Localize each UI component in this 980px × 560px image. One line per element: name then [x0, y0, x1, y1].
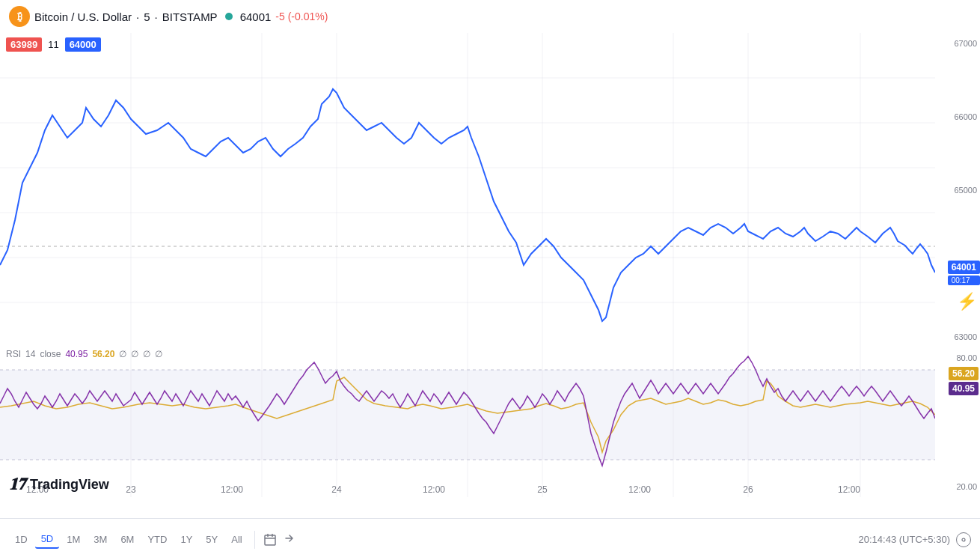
rsi-badge-purple: 40.95	[949, 382, 979, 395]
chart-exchange-name: BITSTAMP	[162, 10, 218, 23]
btc-logo-icon: ₿	[9, 6, 30, 27]
axis-label-67000: 67000	[938, 39, 977, 48]
period-3m[interactable]: 3M	[88, 531, 113, 548]
calendar-icon[interactable]	[261, 531, 279, 549]
settings-icon[interactable]	[956, 532, 971, 547]
tradingview-logo: 𝟏𝟕 TradingView	[9, 475, 109, 494]
chart-container: { "header": { "symbol": "Bitcoin", "pair…	[0, 0, 980, 560]
chart-interval-val: 5	[144, 10, 150, 23]
current-price-badge: 64001	[948, 261, 980, 274]
svg-text:12:00: 12:00	[838, 484, 860, 495]
chart-title: Bitcoin / U.S. Dollar	[34, 10, 132, 23]
rsi-val1: 40.95	[65, 349, 88, 359]
chart-header: ₿ Bitcoin / U.S. Dollar · 5 · BITSTAMP 6…	[0, 0, 980, 33]
svg-text:12:00: 12:00	[628, 484, 651, 495]
toolbar-divider	[254, 531, 255, 549]
period-6m[interactable]: 6M	[114, 531, 140, 548]
period-1m[interactable]: 1M	[61, 531, 86, 548]
period-all[interactable]: All	[225, 531, 248, 548]
header-change: -5 (-0.01%)	[275, 10, 328, 22]
price-boxes: 63989 11 64000	[6, 37, 101, 52]
tv-logo-icon: 𝟏𝟕	[9, 475, 25, 494]
svg-text:12:00: 12:00	[221, 484, 243, 495]
rsi-badge-yellow: 56.20	[949, 367, 979, 380]
rsi-val2: 56.20	[92, 349, 114, 359]
bottom-toolbar: 1D 5D 1M 3M 6M YTD 1Y 5Y All 20:14:43 (U…	[0, 518, 980, 560]
axis-label-63000: 63000	[938, 332, 977, 341]
chart-interval: ·	[136, 10, 139, 23]
period-5y[interactable]: 5Y	[200, 531, 224, 548]
svg-text:23: 23	[126, 484, 136, 495]
time-axis: 12:00 23 12:00 24 12:00 25 12:00 26 12:0…	[0, 481, 935, 497]
svg-point-39	[962, 538, 965, 541]
period-5d[interactable]: 5D	[35, 530, 60, 549]
rsi-source: close	[40, 349, 61, 359]
rsi-label: RSI	[6, 349, 21, 359]
svg-rect-35	[265, 535, 275, 545]
rsi-axis-80: 80.00	[938, 353, 977, 362]
price-box-red: 63989	[6, 37, 42, 52]
header-price: 64001	[240, 10, 272, 23]
rsi-header: RSI 14 close 40.95 56.20 ∅ ∅ ∅ ∅	[6, 349, 162, 359]
rsi-placeholder-2: ∅	[131, 349, 138, 359]
price-box-blue: 64000	[65, 37, 101, 52]
tv-logo-text: TradingView	[30, 477, 109, 493]
price-box-num: 11	[45, 37, 61, 52]
rsi-placeholder-1: ∅	[119, 349, 126, 359]
period-1d[interactable]: 1D	[9, 531, 34, 548]
rsi-panel	[0, 347, 935, 497]
bottom-timestamp: 20:14:43 (UTC+5:30)	[859, 534, 950, 545]
period-1y[interactable]: 1Y	[174, 531, 198, 548]
main-chart-area	[0, 33, 935, 347]
rsi-placeholder-4: ∅	[155, 349, 162, 359]
status-dot	[225, 13, 233, 20]
svg-text:24: 24	[331, 484, 342, 495]
arrow-icon[interactable]	[284, 532, 297, 548]
axis-label-65000: 65000	[938, 186, 977, 195]
rsi-period: 14	[25, 349, 35, 359]
period-ytd[interactable]: YTD	[141, 531, 173, 548]
rsi-placeholder-3: ∅	[143, 349, 150, 359]
svg-text:25: 25	[537, 484, 548, 495]
current-price-time: 00:17	[948, 276, 980, 285]
svg-text:12:00: 12:00	[423, 484, 445, 495]
axis-label-66000: 66000	[938, 112, 977, 121]
svg-text:26: 26	[743, 484, 753, 495]
lightning-icon[interactable]: ⚡	[957, 292, 977, 311]
chart-exchange: ·	[155, 10, 158, 23]
rsi-axis-20: 20.00	[938, 482, 977, 491]
